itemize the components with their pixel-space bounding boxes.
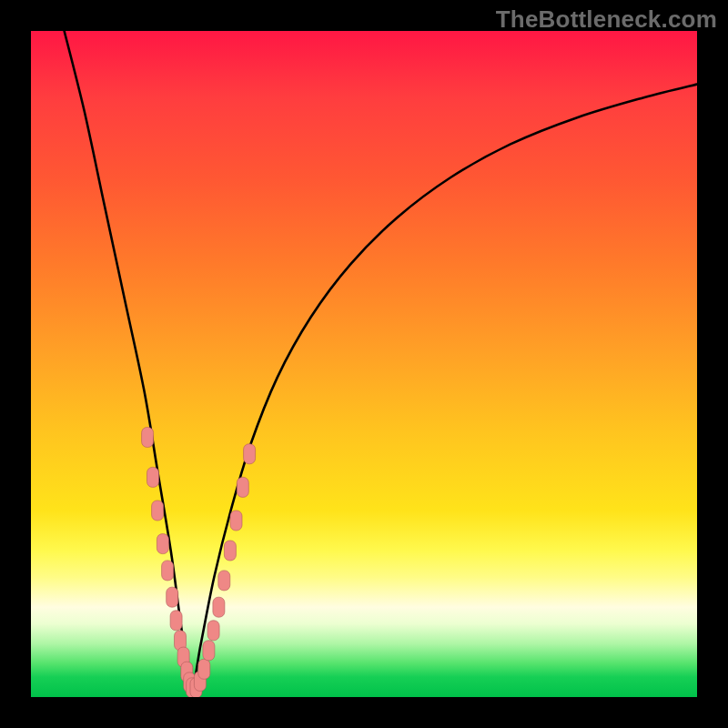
watermark-text: TheBottleneck.com [496, 5, 717, 34]
data-marker [224, 541, 236, 561]
data-marker [237, 477, 248, 497]
data-marker [198, 659, 210, 679]
data-marker [244, 444, 256, 464]
data-marker [142, 428, 154, 448]
curve-path [65, 31, 697, 691]
data-marker [152, 500, 164, 521]
chart-frame: TheBottleneck.com [0, 0, 728, 728]
data-marker [157, 534, 168, 554]
data-marker [147, 467, 159, 487]
data-marker [203, 641, 215, 661]
data-marker [218, 571, 230, 591]
data-marker [213, 597, 225, 617]
data-marker [167, 587, 178, 607]
data-marker [207, 621, 219, 641]
bottleneck-curve [31, 31, 697, 697]
data-marker [162, 561, 174, 581]
plot-area [31, 31, 697, 697]
data-marker [230, 511, 242, 531]
data-marker [170, 611, 182, 631]
